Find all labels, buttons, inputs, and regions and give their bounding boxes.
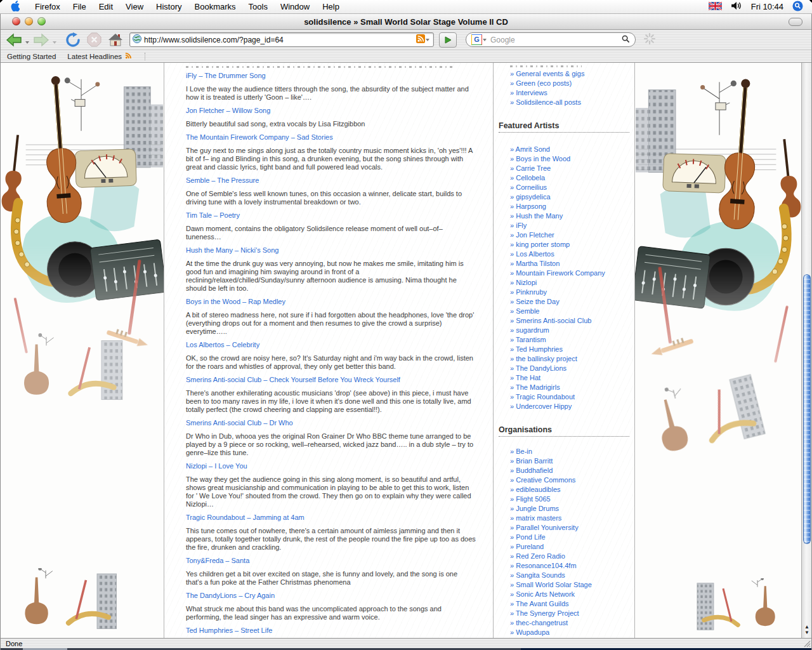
search-magnifier-icon[interactable] bbox=[622, 34, 630, 46]
search-input[interactable] bbox=[488, 36, 622, 44]
back-button[interactable] bbox=[6, 32, 22, 48]
organisation-link[interactable]: Parallel Youniversity bbox=[510, 523, 629, 533]
organisation-link[interactable]: The Avant Guilds bbox=[510, 599, 629, 609]
search-bar[interactable]: G bbox=[466, 32, 636, 47]
address-bar[interactable] bbox=[129, 32, 434, 47]
volume-icon[interactable] bbox=[731, 1, 742, 12]
artist-link[interactable]: Hush the Many bbox=[510, 211, 629, 221]
organisation-link[interactable]: Be-in bbox=[510, 447, 629, 456]
artist-link[interactable]: gipsydelica bbox=[510, 192, 629, 202]
stop-button[interactable] bbox=[87, 32, 102, 48]
organisation-link[interactable]: Red Zero Radio bbox=[510, 552, 629, 561]
artist-link[interactable]: Martha Tilston bbox=[510, 259, 629, 269]
forward-button[interactable] bbox=[33, 32, 49, 48]
artist-link[interactable]: Amrit Sond bbox=[510, 145, 629, 154]
review-title-link[interactable]: Semble – The Pressure bbox=[186, 176, 475, 185]
scrollbar-up-arrow[interactable]: ▲ bbox=[802, 624, 811, 630]
organisation-link[interactable]: Sonic Arts Network bbox=[510, 590, 629, 599]
close-button[interactable] bbox=[12, 17, 20, 25]
artist-link[interactable]: Smerins Anti-social Club bbox=[510, 316, 629, 326]
menu-item[interactable]: History bbox=[150, 2, 188, 11]
organisation-link[interactable]: Wupadupa bbox=[510, 628, 629, 637]
artist-link[interactable]: Tragic Roundabout bbox=[510, 392, 629, 402]
review-title-link[interactable]: Tragic Roundabout – Jamming at 4am bbox=[186, 514, 475, 522]
artist-link[interactable]: Boys in the Wood bbox=[510, 154, 629, 164]
artist-link[interactable]: sugardrum bbox=[510, 326, 629, 335]
artist-link[interactable]: Carrie Tree bbox=[510, 164, 629, 173]
menu-item[interactable]: Firefox bbox=[29, 2, 67, 11]
menu-clock[interactable]: Fri 10:44 bbox=[751, 2, 783, 11]
menu-item[interactable]: Tools bbox=[242, 2, 274, 11]
organisation-link[interactable]: edibleaudibles bbox=[510, 485, 629, 494]
artist-link[interactable]: king porter stomp bbox=[510, 240, 629, 249]
forward-dropdown-caret[interactable] bbox=[53, 41, 56, 44]
organisation-link[interactable]: Jungle Drums bbox=[510, 504, 629, 514]
organisation-link[interactable]: Creative Commons bbox=[510, 475, 629, 485]
menu-item[interactable]: Help bbox=[316, 2, 346, 11]
artist-link[interactable]: Semble bbox=[510, 307, 629, 316]
organisation-link[interactable]: matrix masters bbox=[510, 514, 629, 523]
artist-link[interactable]: Ted Humphries bbox=[510, 345, 629, 354]
menu-item[interactable]: File bbox=[67, 2, 93, 11]
review-title-link[interactable]: Smerins Anti-social Club – Dr Who bbox=[186, 419, 475, 427]
menu-item[interactable]: Window bbox=[274, 2, 316, 11]
artist-link[interactable]: Harpsong bbox=[510, 202, 629, 211]
vertical-scrollbar[interactable]: ▲ ▼ bbox=[801, 63, 811, 638]
review-title-link[interactable]: Jon Fletcher – Willow Song bbox=[186, 107, 475, 115]
artist-link[interactable]: Cellobela bbox=[510, 173, 629, 183]
artist-link[interactable]: Mountain Firework Company bbox=[510, 269, 629, 278]
bookmark-getting-started[interactable]: Getting Started bbox=[7, 53, 56, 60]
window-title-bar[interactable]: solidsilence » Small World Solar Stage V… bbox=[1, 14, 811, 30]
menu-item[interactable]: View bbox=[119, 2, 150, 11]
menu-item[interactable]: Bookmarks bbox=[188, 2, 242, 11]
artist-link[interactable]: Tarantism bbox=[510, 335, 629, 345]
scrollbar-down-arrow[interactable]: ▼ bbox=[802, 630, 811, 635]
review-title-link[interactable]: Ted Humphries – Street Life bbox=[186, 627, 475, 635]
category-link[interactable]: Interviews bbox=[510, 88, 629, 98]
organisation-link[interactable]: Pureland bbox=[510, 542, 629, 552]
go-button[interactable] bbox=[439, 32, 457, 48]
minimize-button[interactable] bbox=[25, 17, 33, 25]
spotlight-icon[interactable] bbox=[792, 1, 803, 13]
organisation-link[interactable]: Resonance104.4fm bbox=[510, 561, 629, 571]
review-title-link[interactable]: The DandyLions – Cry Again bbox=[186, 592, 475, 600]
artist-link[interactable]: iFly bbox=[510, 221, 629, 230]
category-link[interactable]: Solidsilence-all posts bbox=[510, 98, 629, 107]
artist-link[interactable]: The DandyLions bbox=[510, 364, 629, 373]
artist-link[interactable]: Seize the Day bbox=[510, 297, 629, 307]
artist-link[interactable]: the ballinsky project bbox=[510, 354, 629, 364]
organisation-link[interactable]: Sangita Sounds bbox=[510, 571, 629, 580]
review-title-link[interactable]: iFly – The Drummer Song bbox=[186, 72, 475, 80]
reload-button[interactable] bbox=[65, 32, 81, 48]
organisation-link[interactable]: Buddhafield bbox=[510, 466, 629, 475]
review-title-link[interactable]: Boys in the Wood – Rap Medley bbox=[186, 298, 475, 306]
organisation-link[interactable]: The Synergy Project bbox=[510, 609, 629, 618]
toolbar-toggle-button[interactable] bbox=[789, 18, 802, 26]
back-dropdown-caret[interactable] bbox=[25, 41, 29, 44]
category-link[interactable]: Green (eco posts) bbox=[510, 79, 629, 88]
keyboard-layout-flag-icon[interactable] bbox=[709, 2, 722, 12]
url-input[interactable] bbox=[141, 36, 416, 44]
search-engine-caret[interactable] bbox=[483, 39, 487, 41]
resize-grip[interactable] bbox=[802, 639, 811, 647]
review-title-link[interactable]: Los Albertos – Celebrity bbox=[186, 341, 475, 349]
review-title-link[interactable]: Tim Tale – Poetry bbox=[186, 211, 475, 220]
review-title-link[interactable]: Tony&Freda – Santa bbox=[186, 557, 475, 565]
review-title-link[interactable]: Smerins Anti-social Club – Check Yoursel… bbox=[186, 376, 475, 384]
artist-link[interactable]: The Madrigirls bbox=[510, 383, 629, 392]
organisation-link[interactable]: Small World Solar Stage bbox=[510, 580, 629, 590]
menu-item[interactable]: Edit bbox=[93, 2, 119, 11]
artist-link[interactable]: Jon Fletcher bbox=[510, 230, 629, 240]
apple-menu-icon[interactable] bbox=[10, 1, 20, 13]
scrollbar-thumb[interactable] bbox=[803, 274, 811, 544]
review-title-link[interactable]: Nizlopi – I Love You bbox=[186, 462, 475, 470]
artist-link[interactable]: The Hat bbox=[510, 373, 629, 383]
category-link[interactable]: General events & gigs bbox=[510, 69, 629, 79]
organisation-link[interactable]: Pond Life bbox=[510, 533, 629, 542]
feed-dropdown-caret[interactable] bbox=[426, 39, 429, 41]
artist-link[interactable]: Los Albertos bbox=[510, 249, 629, 259]
bookmark-latest-headlines[interactable]: Latest Headlines bbox=[67, 52, 132, 61]
artist-link[interactable]: Corneilius bbox=[510, 183, 629, 192]
rss-feed-icon[interactable] bbox=[416, 34, 425, 46]
review-title-link[interactable]: Hush the Many – Nicki's Song bbox=[186, 246, 475, 255]
